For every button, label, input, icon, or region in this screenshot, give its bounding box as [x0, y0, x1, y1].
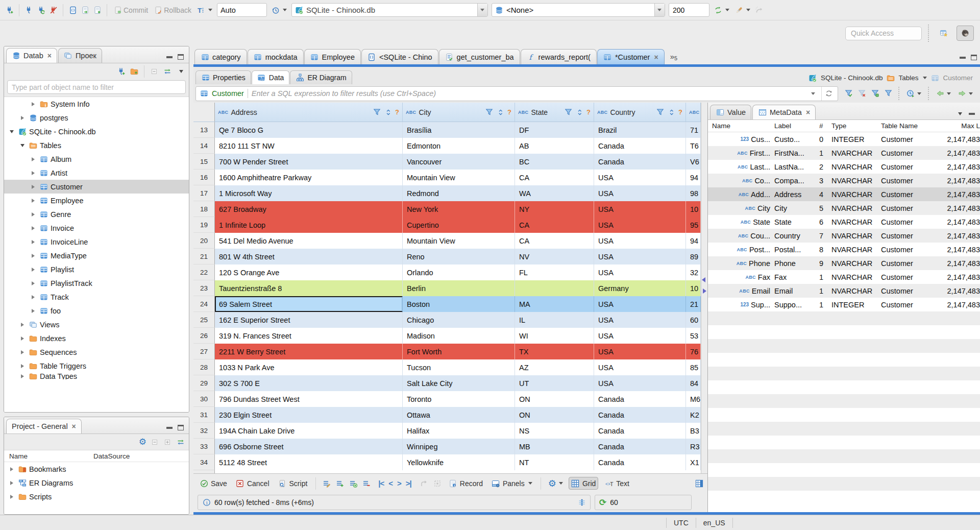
editor-tab-get-customer-ba[interactable]: get_customer_ba [439, 49, 520, 64]
cell-state[interactable]: FL [515, 264, 594, 280]
next-row-button[interactable]: > [397, 479, 401, 488]
cell-postal[interactable]: B3 [686, 423, 701, 439]
row-number[interactable]: 16 [193, 170, 215, 185]
dbeaver-perspective-button[interactable] [957, 26, 974, 41]
open-perspective-button[interactable] [935, 26, 952, 41]
cell-state[interactable]: NY [515, 201, 594, 217]
expand-arrow-icon[interactable] [30, 185, 37, 189]
cell-state[interactable]: NS [515, 423, 594, 439]
expand-arrow-icon[interactable] [30, 157, 37, 161]
tab-value[interactable]: Value [710, 105, 751, 119]
breadcrumb-connection[interactable]: SQLite - Chinook.db [821, 74, 883, 82]
link-editor-icon[interactable] [163, 67, 172, 76]
transaction-log-button[interactable]: T [196, 5, 213, 15]
grid-view-button[interactable]: Grid [569, 477, 598, 490]
expand-arrow-icon[interactable] [19, 323, 26, 327]
collapse-all-icon[interactable] [151, 438, 159, 446]
editor-tab-sqlite-chino[interactable]: <SQLite - Chino [361, 49, 438, 64]
expand-arrow-icon[interactable] [30, 171, 37, 175]
cell-address[interactable]: 120 S Orange Ave [215, 264, 403, 280]
tree-item-genre[interactable]: Genre [4, 207, 189, 221]
meta-col-number[interactable]: # [817, 122, 829, 130]
collapse-arrow-icon[interactable] [19, 144, 26, 147]
cell-address[interactable]: 162 E Superior Street [215, 312, 403, 328]
column-header-address[interactable]: ABCAddress ? [215, 103, 403, 122]
locale-indicator[interactable]: en_US [696, 518, 733, 528]
row-number[interactable]: 33 [193, 439, 215, 454]
connect-icon[interactable] [24, 6, 33, 14]
close-icon[interactable]: × [806, 108, 810, 116]
column-header-country[interactable]: ABCCountry ? [594, 103, 686, 122]
tree-item-playlisttrack[interactable]: PlaylistTrack [4, 276, 189, 290]
reconnect-icon[interactable] [37, 6, 45, 14]
cell-state[interactable]: BC [515, 154, 594, 170]
cell-address[interactable]: Tauentzienstraße 8 [215, 280, 403, 296]
cell-state[interactable]: CA [515, 233, 594, 249]
tree-item-sequences[interactable]: Sequences [4, 345, 189, 359]
expand-all-icon[interactable] [163, 438, 172, 446]
cell-state[interactable]: DF [515, 122, 594, 138]
connection-select[interactable]: SQLite - Chinook.db [291, 3, 488, 17]
cell-postal[interactable]: M6 [686, 391, 701, 407]
cell-state[interactable]: MA [515, 296, 594, 312]
row-number[interactable]: 18 [193, 201, 215, 217]
cell-state[interactable]: ON [515, 391, 594, 407]
cell-country[interactable]: Germany [594, 280, 686, 296]
row-number[interactable]: 20 [193, 233, 215, 249]
cell-country[interactable]: Canada [594, 391, 686, 407]
row-number[interactable]: 21 [193, 249, 215, 264]
cell-state[interactable]: TX [515, 344, 594, 359]
row-number-header[interactable] [193, 103, 215, 122]
commit-mode-select[interactable]: Auto [217, 3, 267, 17]
cell-country[interactable]: Canada [594, 423, 686, 439]
row-number[interactable]: 23 [193, 280, 215, 296]
cell-country[interactable]: USA [594, 170, 686, 185]
cell-country[interactable]: USA [594, 201, 686, 217]
expand-arrow-icon[interactable] [30, 268, 37, 272]
cell-city[interactable]: Vancouver [403, 154, 515, 170]
cell-state[interactable]: WA [515, 185, 594, 201]
metadata-row-state[interactable]: ABCStateState6NVARCHARCustomer2,147,483 [708, 215, 980, 229]
metadata-row-postal[interactable]: ABCPost...Postal...8NVARCHARCustomer2,14… [708, 243, 980, 256]
custom-filter-icon[interactable] [884, 89, 893, 98]
timezone-indicator[interactable]: UTC [666, 518, 696, 528]
cancel-button[interactable]: Cancel [234, 477, 272, 489]
cell-address[interactable]: 696 Osborne Street [215, 439, 403, 454]
editor-tab-employee[interactable]: Employee [304, 49, 361, 64]
sort-icon[interactable] [667, 108, 676, 116]
metadata-row-firstna[interactable]: ABCFirst...FirstNa...1NVARCHARCustomer2,… [708, 146, 980, 160]
breadcrumb-entity[interactable]: Customer [943, 74, 973, 82]
save-button[interactable]: Save [198, 477, 229, 489]
meta-col-label[interactable]: Label [772, 122, 817, 130]
cell-address[interactable]: 796 Dundas Street West [215, 391, 403, 407]
zoom-cell-icon[interactable] [433, 479, 442, 488]
expand-arrow-icon[interactable] [30, 295, 37, 299]
cell-postal[interactable]: 32 [686, 264, 701, 280]
expand-arrow-icon[interactable] [30, 309, 37, 313]
cell-postal[interactable]: V6 [686, 154, 701, 170]
column-header-postalcode[interactable]: ABC [686, 103, 701, 122]
tree-item-invoiceline[interactable]: InvoiceLine [4, 235, 189, 249]
cell-postal[interactable]: 21 [686, 296, 701, 312]
cell-state[interactable]: UT [515, 375, 594, 391]
grid-scrollbar[interactable] [701, 103, 707, 473]
cell-state[interactable]: MB [515, 439, 594, 454]
cell-country[interactable]: USA [594, 375, 686, 391]
sort-icon[interactable] [496, 108, 505, 116]
minimize-icon[interactable] [960, 57, 966, 59]
new-connection-icon[interactable] [117, 67, 126, 76]
cell-address[interactable]: Qe 7 Bloco G [215, 122, 403, 138]
collapse-arrow-icon[interactable] [8, 130, 15, 133]
cell-city[interactable]: Ottawa [403, 407, 515, 423]
tab-er-diagram[interactable]: ER Diagram [290, 70, 352, 84]
new-connection-icon[interactable] [5, 6, 14, 14]
new-sql-script-icon[interactable] [93, 6, 102, 14]
row-number[interactable]: 26 [193, 328, 215, 344]
sync-button[interactable] [713, 5, 730, 15]
tab-project-general[interactable]: Project - General × [6, 419, 82, 433]
cell-city[interactable]: Mountain View [403, 233, 515, 249]
minimize-icon[interactable] [166, 56, 173, 58]
tree-item-mediatype[interactable]: MediaType [4, 249, 189, 262]
calc-panel-icon[interactable] [695, 479, 703, 488]
cell-address[interactable]: 1033 N Park Ave [215, 359, 403, 375]
